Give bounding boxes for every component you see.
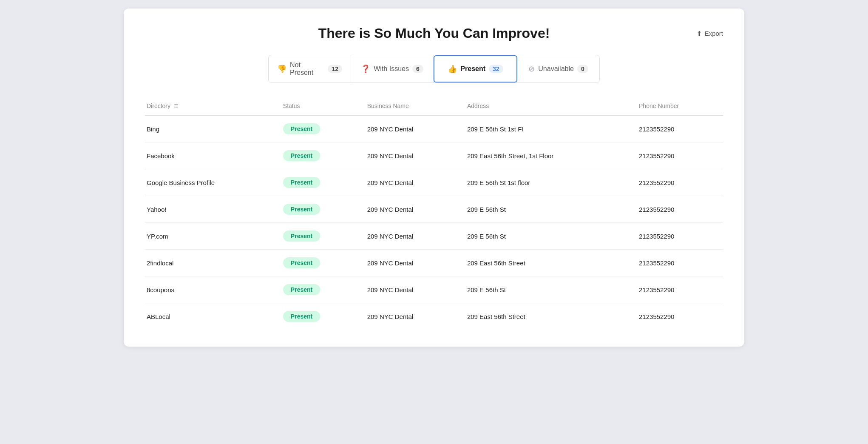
tab-unavailable[interactable]: ⊘ Unavailable 0 bbox=[517, 55, 599, 83]
cell-directory: Bing bbox=[145, 116, 278, 142]
tab-not-present[interactable]: 👎 Not Present 12 bbox=[269, 55, 351, 83]
cell-status: Present bbox=[278, 116, 362, 142]
tab-present-count: 32 bbox=[489, 65, 503, 73]
cell-phone: 2123552290 bbox=[634, 250, 723, 276]
cell-phone: 2123552290 bbox=[634, 142, 723, 169]
cell-phone: 2123552290 bbox=[634, 223, 723, 250]
col-directory: Directory ☰ bbox=[145, 98, 278, 116]
cell-business-name: 209 NYC Dental bbox=[362, 223, 462, 250]
cell-directory: Google Business Profile bbox=[145, 169, 278, 196]
tab-not-present-label: Not Present bbox=[290, 61, 324, 77]
table-row: Yahoo! Present 209 NYC Dental 209 E 56th… bbox=[145, 196, 723, 223]
cell-status: Present bbox=[278, 250, 362, 276]
cell-business-name: 209 NYC Dental bbox=[362, 116, 462, 142]
cell-business-name: 209 NYC Dental bbox=[362, 196, 462, 223]
table-row: Google Business Profile Present 209 NYC … bbox=[145, 169, 723, 196]
cell-address: 209 E 56th St 1st Fl bbox=[462, 116, 634, 142]
present-icon: 👍 bbox=[448, 64, 457, 74]
cell-phone: 2123552290 bbox=[634, 276, 723, 303]
status-badge: Present bbox=[283, 284, 320, 295]
not-present-icon: 👎 bbox=[277, 64, 286, 74]
cell-phone: 2123552290 bbox=[634, 169, 723, 196]
tab-present-label: Present bbox=[460, 65, 485, 73]
cell-business-name: 209 NYC Dental bbox=[362, 142, 462, 169]
status-badge: Present bbox=[283, 204, 320, 215]
cell-phone: 2123552290 bbox=[634, 303, 723, 330]
table-row: 2findlocal Present 209 NYC Dental 209 Ea… bbox=[145, 250, 723, 276]
cell-business-name: 209 NYC Dental bbox=[362, 276, 462, 303]
cell-business-name: 209 NYC Dental bbox=[362, 169, 462, 196]
cell-directory: Yahoo! bbox=[145, 196, 278, 223]
col-business-name: Business Name bbox=[362, 98, 462, 116]
cell-phone: 2123552290 bbox=[634, 196, 723, 223]
tab-with-issues-count: 6 bbox=[412, 65, 423, 73]
table-row: YP.com Present 209 NYC Dental 209 E 56th… bbox=[145, 223, 723, 250]
tab-with-issues[interactable]: ❓ With Issues 6 bbox=[351, 55, 434, 83]
status-badge: Present bbox=[283, 231, 320, 242]
cell-phone: 2123552290 bbox=[634, 116, 723, 142]
tab-not-present-count: 12 bbox=[328, 65, 342, 73]
cell-directory: ABLocal bbox=[145, 303, 278, 330]
export-label: Export bbox=[705, 30, 723, 37]
cell-address: 209 E 56th St 1st floor bbox=[462, 169, 634, 196]
sort-icon: ☰ bbox=[174, 103, 179, 109]
table-row: 8coupons Present 209 NYC Dental 209 E 56… bbox=[145, 276, 723, 303]
main-card: There is So Much You Can Improve! ⬆ Expo… bbox=[124, 9, 744, 347]
cell-address: 209 E 56th St bbox=[462, 223, 634, 250]
export-icon: ⬆ bbox=[697, 30, 702, 37]
tab-unavailable-label: Unavailable bbox=[538, 65, 574, 73]
tab-unavailable-count: 0 bbox=[577, 65, 588, 73]
status-badge: Present bbox=[283, 311, 320, 322]
cell-directory: 2findlocal bbox=[145, 250, 278, 276]
table-row: Bing Present 209 NYC Dental 209 E 56th S… bbox=[145, 116, 723, 142]
page-title: There is So Much You Can Improve! bbox=[145, 26, 723, 41]
with-issues-icon: ❓ bbox=[361, 64, 370, 74]
cell-directory: YP.com bbox=[145, 223, 278, 250]
export-button[interactable]: ⬆ Export bbox=[697, 30, 723, 37]
cell-business-name: 209 NYC Dental bbox=[362, 250, 462, 276]
cell-business-name: 209 NYC Dental bbox=[362, 303, 462, 330]
cell-directory: 8coupons bbox=[145, 276, 278, 303]
status-badge: Present bbox=[283, 257, 320, 268]
cell-address: 209 E 56th St bbox=[462, 276, 634, 303]
cell-address: 209 East 56th Street bbox=[462, 250, 634, 276]
table-header-row: Directory ☰ Status Business Name Address… bbox=[145, 98, 723, 116]
cell-status: Present bbox=[278, 169, 362, 196]
col-phone: Phone Number bbox=[634, 98, 723, 116]
cell-status: Present bbox=[278, 196, 362, 223]
col-address: Address bbox=[462, 98, 634, 116]
cell-address: 209 E 56th St bbox=[462, 196, 634, 223]
table-row: Facebook Present 209 NYC Dental 209 East… bbox=[145, 142, 723, 169]
page-header: There is So Much You Can Improve! ⬆ Expo… bbox=[145, 26, 723, 41]
filter-tabs: 👎 Not Present 12 ❓ With Issues 6 👍 Prese… bbox=[268, 55, 600, 83]
table-row: ABLocal Present 209 NYC Dental 209 East … bbox=[145, 303, 723, 330]
cell-address: 209 East 56th Street, 1st Floor bbox=[462, 142, 634, 169]
col-status: Status bbox=[278, 98, 362, 116]
tab-with-issues-label: With Issues bbox=[374, 65, 409, 73]
cell-directory: Facebook bbox=[145, 142, 278, 169]
status-badge: Present bbox=[283, 123, 320, 134]
listings-table: Directory ☰ Status Business Name Address… bbox=[145, 98, 723, 330]
cell-status: Present bbox=[278, 303, 362, 330]
tab-present[interactable]: 👍 Present 32 bbox=[434, 55, 517, 83]
cell-status: Present bbox=[278, 223, 362, 250]
status-badge: Present bbox=[283, 150, 320, 161]
cell-address: 209 East 56th Street bbox=[462, 303, 634, 330]
cell-status: Present bbox=[278, 276, 362, 303]
cell-status: Present bbox=[278, 142, 362, 169]
status-badge: Present bbox=[283, 177, 320, 188]
unavailable-icon: ⊘ bbox=[528, 64, 535, 74]
